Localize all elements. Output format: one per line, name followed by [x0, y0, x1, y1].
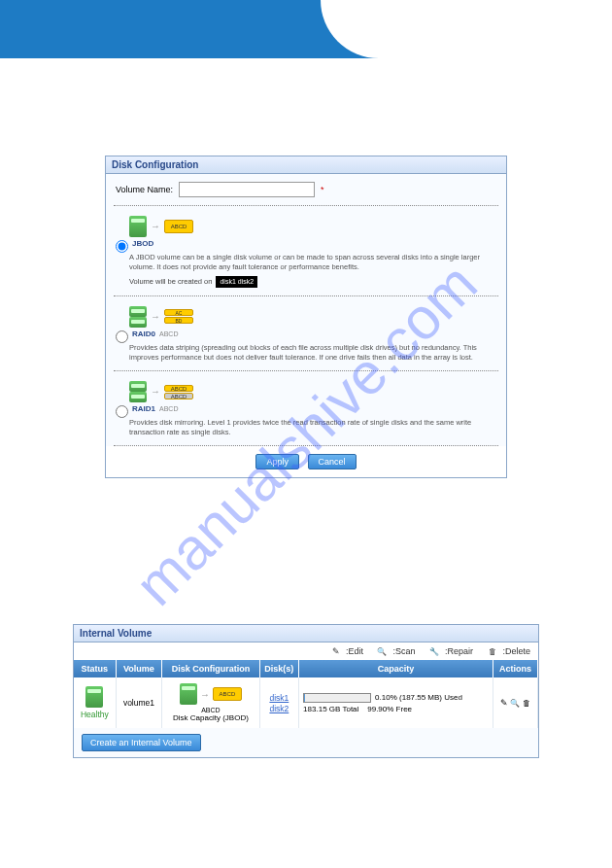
scan-icon [377, 646, 387, 656]
volume-cell: volume1 [116, 677, 162, 728]
capacity-progress-bar [303, 693, 371, 703]
disk-link[interactable]: disk2 [264, 704, 294, 713]
action-bar: :Edit :Scan :Repair :Delete [74, 642, 538, 660]
arrow-icon: → [151, 220, 160, 233]
create-volume-button[interactable]: Create an Internal Volume [82, 734, 201, 751]
raid0-radio[interactable] [116, 330, 128, 343]
config-sublabel: ABCD [166, 707, 255, 713]
edit-action[interactable]: :Edit [324, 646, 363, 656]
volume-name-input[interactable] [179, 182, 315, 197]
button-row: Apply Cancel [106, 446, 506, 477]
col-status: Status [74, 660, 116, 677]
disk-list-box: disk1 disk2 [216, 276, 257, 288]
storage-icon: BD [164, 317, 193, 324]
jbod-description: A JBOD volume can be a single disk volum… [129, 253, 496, 272]
volume-table: Status Volume Disk Configuration Disk(s)… [74, 660, 538, 728]
storage-icon: ABCD [213, 687, 242, 701]
scan-action[interactable]: :Scan [371, 646, 415, 656]
col-capacity: Capacity [299, 660, 493, 677]
disk-icon [180, 683, 197, 705]
storage-icon: ABCD [164, 385, 193, 392]
capacity-cell: 0.10% (187.55 MB) Used 183.15 GB Total 9… [299, 677, 493, 728]
delete-icon [487, 646, 496, 656]
disk-icon [129, 306, 147, 317]
raid0-label: RAID0 [132, 330, 155, 340]
raid1-diag-label: ABCD [159, 404, 178, 413]
storage-icon: ABCD [164, 220, 193, 233]
config-cell: → ABCD ABCD Disk Capacity (JBOD) [162, 677, 259, 728]
delete-action[interactable]: :Delete [481, 646, 530, 656]
volume-created-row: Volume will be created on disk1 disk2 [129, 276, 496, 288]
row-edit-icon[interactable] [500, 698, 508, 708]
raid0-diag-label: ABCD [159, 330, 178, 338]
panel-title: Internal Volume [74, 625, 538, 642]
volume-name-label: Volume Name: [116, 185, 173, 194]
internal-volume-panel: Internal Volume :Edit :Scan :Repair :Del… [73, 624, 539, 758]
volume-name-row: Volume Name: * [106, 174, 506, 205]
raid1-description: Provides disk mirroring. Level 1 provide… [129, 418, 496, 437]
disk-icon [129, 381, 147, 392]
col-actions: Actions [493, 660, 537, 677]
raid-option-raid1: → ABCD ABCD RAID1 ABCD Provides disk mir… [106, 371, 506, 445]
cancel-button[interactable]: Cancel [308, 454, 357, 469]
row-scan-icon[interactable] [510, 698, 520, 708]
jbod-diagram: → ABCD [129, 216, 496, 237]
row-delete-icon[interactable] [523, 698, 530, 708]
disk-icon [129, 317, 147, 328]
repair-icon [429, 646, 439, 656]
apply-button[interactable]: Apply [255, 454, 299, 469]
raid-option-raid0: → AC BD RAID0 ABCD Provides data stripin… [106, 296, 506, 370]
raid1-diagram: → ABCD ABCD [129, 381, 496, 402]
col-volume: Volume [116, 660, 162, 677]
arrow-icon: → [200, 689, 210, 700]
volume-created-label: Volume will be created on [129, 277, 212, 287]
jbod-radio[interactable] [116, 240, 128, 253]
healthy-icon [85, 686, 103, 708]
actions-cell [493, 677, 537, 728]
disk-configuration-panel: Disk Configuration Volume Name: * → ABCD… [105, 156, 507, 478]
repair-action[interactable]: :Repair [424, 646, 473, 656]
raid-option-jbod: → ABCD JBOD A JBOD volume can be a singl… [106, 206, 506, 295]
arrow-icon: → [151, 385, 160, 399]
raid1-radio[interactable] [116, 405, 128, 418]
raid0-diagram: → AC BD [129, 306, 496, 328]
page-header [0, 0, 612, 58]
disk-link[interactable]: disk1 [264, 693, 294, 703]
arrow-icon: → [151, 310, 160, 324]
required-marker: * [321, 185, 324, 194]
col-config: Disk Configuration [162, 660, 259, 677]
panel-title: Disk Configuration [106, 156, 506, 174]
status-text: Healthy [81, 710, 109, 719]
raid0-description: Provides data striping (spreading out bl… [129, 343, 496, 363]
edit-icon [330, 646, 340, 656]
table-row: Healthy volume1 → ABCD ABCD Disk Capacit… [74, 677, 538, 728]
status-cell: Healthy [74, 677, 116, 728]
total-text: 183.15 GB Total [303, 705, 358, 713]
table-header-row: Status Volume Disk Configuration Disk(s)… [74, 660, 538, 677]
storage-icon: AC [164, 309, 193, 316]
raid1-label: RAID1 [132, 404, 155, 415]
free-text: 99.90% Free [367, 705, 412, 713]
jbod-label: JBOD [132, 239, 153, 250]
disk-icon [129, 216, 147, 237]
disks-cell: disk1 disk2 [259, 677, 298, 728]
used-text: 0.10% (187.55 MB) Used [375, 694, 462, 703]
col-disks: Disk(s) [259, 660, 298, 677]
disk-icon [129, 392, 147, 402]
config-caption: Disk Capacity (JBOD) [166, 713, 255, 722]
storage-icon: ABCD [164, 393, 193, 399]
